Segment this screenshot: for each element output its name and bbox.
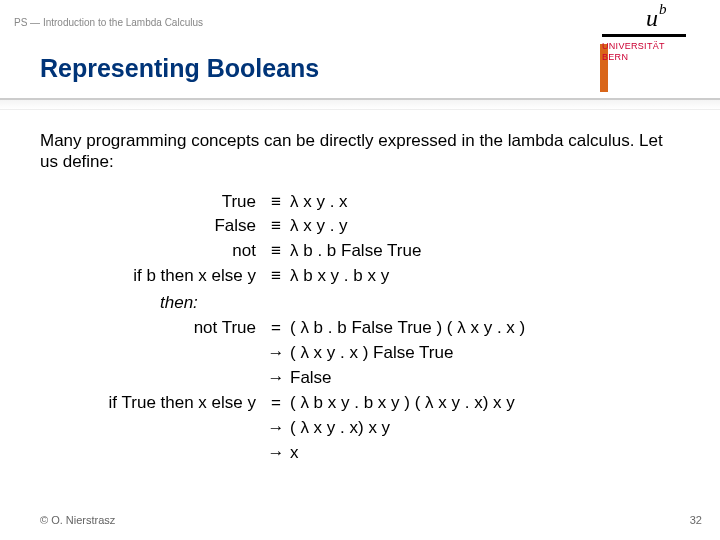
deriv-rhs: False [290,367,680,390]
logo-letter-u: u [646,5,658,31]
definitions-table: True ≡ λ x y . x False ≡ λ x y . y not ≡… [40,191,680,465]
deriv-lhs [40,342,262,365]
deriv-op: → [262,442,290,465]
deriv-lhs [40,417,262,440]
deriv-rhs: x [290,442,680,465]
deriv-lhs [40,442,262,465]
logo-letter-b: b [659,1,667,17]
logo-monogram: ub [602,6,702,30]
deriv-lhs: if True then x else y [40,392,262,415]
page-number: 32 [690,514,702,526]
def-lhs: False [40,215,262,238]
def-rhs: λ b . b False True [290,240,680,263]
logo-line1: UNIVERSITÄT [602,41,702,52]
def-op: ≡ [262,265,290,288]
logo-divider [602,34,686,37]
breadcrumb: PS — Introduction to the Lambda Calculus [14,17,203,28]
deriv-op: → [262,367,290,390]
slide-content: Many programming concepts can be directl… [40,130,680,465]
then-label: then: [40,290,680,315]
page-title: Representing Booleans [40,54,319,83]
intro-text: Many programming concepts can be directl… [40,130,680,173]
def-lhs: if b then x else y [40,265,262,288]
deriv-rhs: ( λ b . b False True ) ( λ x y . x ) [290,317,680,340]
def-op: ≡ [262,191,290,214]
header-divider [0,98,720,110]
deriv-op: → [262,417,290,440]
deriv-op: = [262,317,290,340]
def-lhs: True [40,191,262,214]
deriv-rhs: ( λ b x y . b x y ) ( λ x y . x) x y [290,392,680,415]
def-op: ≡ [262,215,290,238]
def-lhs: not [40,240,262,263]
deriv-lhs: not True [40,317,262,340]
deriv-rhs: ( λ x y . x) x y [290,417,680,440]
def-rhs: λ b x y . b x y [290,265,680,288]
logo-line2: BERN [602,52,702,63]
deriv-lhs [40,367,262,390]
def-rhs: λ x y . x [290,191,680,214]
deriv-op: → [262,342,290,365]
university-logo: ub UNIVERSITÄT BERN [602,6,702,63]
def-rhs: λ x y . y [290,215,680,238]
deriv-op: = [262,392,290,415]
def-op: ≡ [262,240,290,263]
deriv-rhs: ( λ x y . x ) False True [290,342,680,365]
copyright: © O. Nierstrasz [40,514,115,526]
